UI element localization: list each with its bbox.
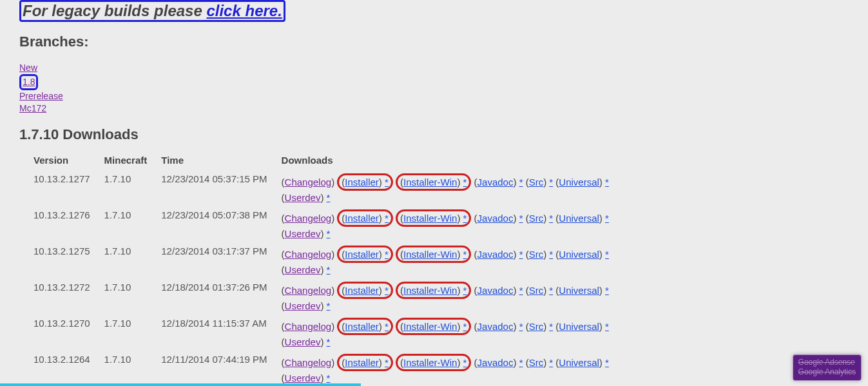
cell-version: 10.13.2.1275 xyxy=(31,243,102,279)
cell-minecraft: 1.7.10 xyxy=(102,315,159,351)
installer-win-star[interactable]: * xyxy=(463,213,467,224)
cell-version: 10.13.2.1276 xyxy=(31,207,102,243)
changelog-link[interactable]: Changelog xyxy=(285,177,332,188)
loading-progress-bar xyxy=(0,383,361,386)
installer-win-link[interactable]: Installer-Win xyxy=(403,213,457,224)
installer-link[interactable]: Installer xyxy=(345,285,379,296)
installer-win-link[interactable]: Installer-Win xyxy=(403,249,457,260)
cell-version: 10.13.2.1272 xyxy=(31,279,102,315)
legacy-builds-heading: For legacy builds please click here. xyxy=(19,0,285,22)
col-downloads: Downloads xyxy=(279,152,621,171)
legacy-prefix: For legacy builds please xyxy=(23,2,206,19)
universal-star[interactable]: * xyxy=(605,321,609,332)
cell-minecraft: 1.7.10 xyxy=(102,171,159,207)
userdev-link[interactable]: Userdev xyxy=(285,300,321,311)
installer-win-star[interactable]: * xyxy=(463,177,467,188)
universal-star[interactable]: * xyxy=(605,249,609,260)
installer-win-link[interactable]: Installer-Win xyxy=(403,285,457,296)
userdev-link[interactable]: Userdev xyxy=(285,336,321,347)
installer-win-link[interactable]: Installer-Win xyxy=(403,177,457,188)
javadoc-link[interactable]: Javadoc xyxy=(477,177,514,188)
installer-star[interactable]: * xyxy=(385,177,389,188)
src-link[interactable]: Src xyxy=(529,285,544,296)
userdev-star[interactable]: * xyxy=(327,372,331,383)
installer-link[interactable]: Installer xyxy=(345,321,379,332)
col-version: Version xyxy=(31,152,102,171)
installer-star[interactable]: * xyxy=(385,285,389,296)
universal-link[interactable]: Universal xyxy=(559,177,599,188)
userdev-star[interactable]: * xyxy=(327,228,331,239)
userdev-star[interactable]: * xyxy=(327,264,331,275)
installer-star[interactable]: * xyxy=(385,249,389,260)
cell-time: 12/23/2014 05:37:15 PM xyxy=(159,171,278,207)
installer-win-star[interactable]: * xyxy=(463,357,467,368)
universal-link[interactable]: Universal xyxy=(559,213,599,224)
userdev-star[interactable]: * xyxy=(327,336,331,347)
branch-links: New 1.8 Prerelease Mc172 xyxy=(19,62,849,115)
userdev-star[interactable]: * xyxy=(327,300,331,311)
changelog-link[interactable]: Changelog xyxy=(285,285,332,296)
universal-star[interactable]: * xyxy=(605,357,609,368)
installer-win-link[interactable]: Installer-Win xyxy=(403,357,457,368)
userdev-link[interactable]: Userdev xyxy=(285,372,321,383)
table-row: 10.13.2.12641.7.1012/11/2014 07:44:19 PM… xyxy=(31,351,621,386)
installer-star[interactable]: * xyxy=(385,213,389,224)
cell-time: 12/11/2014 07:44:19 PM xyxy=(159,351,278,386)
javadoc-link[interactable]: Javadoc xyxy=(477,321,514,332)
table-row: 10.13.2.12701.7.1012/18/2014 11:15:37 AM… xyxy=(31,315,621,351)
javadoc-link[interactable]: Javadoc xyxy=(477,357,514,368)
branches-heading: Branches: xyxy=(19,34,849,50)
installer-win-star[interactable]: * xyxy=(463,321,467,332)
javadoc-link[interactable]: Javadoc xyxy=(477,285,514,296)
cell-downloads: (Changelog) (Installer) * (Installer-Win… xyxy=(279,351,621,386)
cell-time: 12/18/2014 01:37:26 PM xyxy=(159,279,278,315)
src-link[interactable]: Src xyxy=(529,177,544,188)
src-link[interactable]: Src xyxy=(529,357,544,368)
col-time: Time xyxy=(159,152,278,171)
universal-link[interactable]: Universal xyxy=(559,285,599,296)
universal-star[interactable]: * xyxy=(605,285,609,296)
userdev-link[interactable]: Userdev xyxy=(285,264,321,275)
installer-win-star[interactable]: * xyxy=(463,249,467,260)
installer-win-star[interactable]: * xyxy=(463,285,467,296)
legacy-click-here-link[interactable]: click here. xyxy=(206,2,282,19)
changelog-link[interactable]: Changelog xyxy=(285,249,332,260)
changelog-link[interactable]: Changelog xyxy=(285,357,332,368)
universal-link[interactable]: Universal xyxy=(559,357,599,368)
cell-downloads: (Changelog) (Installer) * (Installer-Win… xyxy=(279,279,621,315)
installer-link[interactable]: Installer xyxy=(345,249,379,260)
cell-minecraft: 1.7.10 xyxy=(102,207,159,243)
downloads-heading: 1.7.10 Downloads xyxy=(19,126,849,143)
branch-new[interactable]: New xyxy=(19,63,37,73)
src-link[interactable]: Src xyxy=(529,321,544,332)
src-link[interactable]: Src xyxy=(529,213,544,224)
universal-star[interactable]: * xyxy=(605,177,609,188)
cell-minecraft: 1.7.10 xyxy=(102,243,159,279)
javadoc-link[interactable]: Javadoc xyxy=(477,249,514,260)
cell-version: 10.13.2.1277 xyxy=(31,171,102,207)
branch-mc172[interactable]: Mc172 xyxy=(19,103,46,113)
changelog-link[interactable]: Changelog xyxy=(285,213,332,224)
installer-link[interactable]: Installer xyxy=(345,177,379,188)
installer-star[interactable]: * xyxy=(385,321,389,332)
universal-link[interactable]: Universal xyxy=(559,249,599,260)
ghostery-badge[interactable]: Google Adsense Google Analytics xyxy=(793,354,862,381)
table-row: 10.13.2.12721.7.1012/18/2014 01:37:26 PM… xyxy=(31,279,621,315)
branch-prerelease[interactable]: Prerelease xyxy=(19,91,63,101)
branch-1-8[interactable]: 1.8 xyxy=(23,77,35,87)
cell-time: 12/23/2014 05:07:38 PM xyxy=(159,207,278,243)
userdev-link[interactable]: Userdev xyxy=(285,228,321,239)
installer-link[interactable]: Installer xyxy=(345,213,379,224)
userdev-link[interactable]: Userdev xyxy=(285,192,321,203)
cell-time: 12/23/2014 03:17:37 PM xyxy=(159,243,278,279)
src-link[interactable]: Src xyxy=(529,249,544,260)
universal-star[interactable]: * xyxy=(605,213,609,224)
cell-minecraft: 1.7.10 xyxy=(102,351,159,386)
changelog-link[interactable]: Changelog xyxy=(285,321,332,332)
userdev-star[interactable]: * xyxy=(327,192,331,203)
installer-star[interactable]: * xyxy=(385,357,389,368)
installer-link[interactable]: Installer xyxy=(345,357,379,368)
javadoc-link[interactable]: Javadoc xyxy=(477,213,514,224)
universal-link[interactable]: Universal xyxy=(559,321,599,332)
installer-win-link[interactable]: Installer-Win xyxy=(403,321,457,332)
